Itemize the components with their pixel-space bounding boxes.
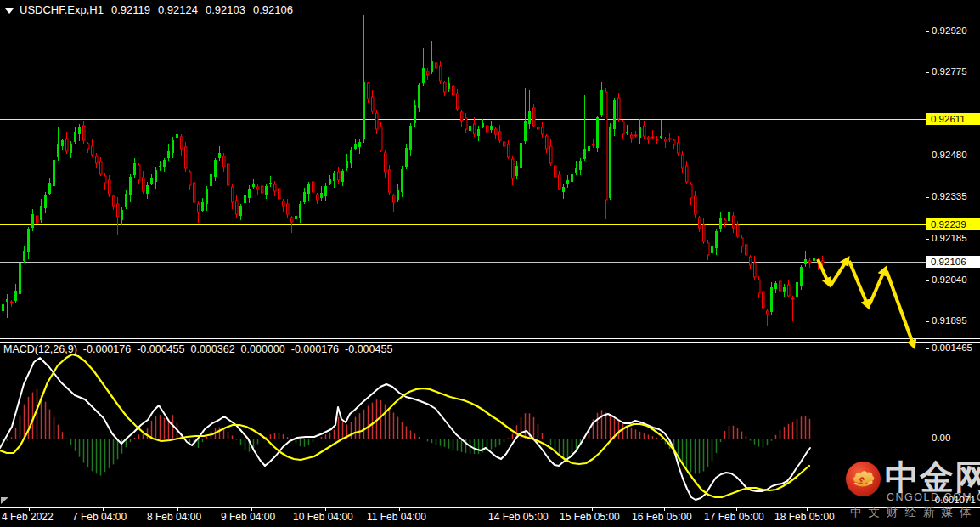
macd-value-1: -0.000176: [83, 343, 131, 355]
price-line-label: 0.92106: [926, 256, 980, 268]
chart-canvas[interactable]: [0, 0, 980, 527]
macd-value-3: 0.000362: [190, 343, 234, 355]
price-tick-label: 0.91895: [932, 315, 967, 326]
trend-forecast-arrow[interactable]: [831, 259, 848, 286]
macd-value-5: -0.000176: [291, 343, 339, 355]
trend-forecast-arrow[interactable]: [849, 261, 868, 306]
macd-axis-label: 0.00: [932, 433, 950, 443]
price-tick-label: 0.92775: [932, 66, 967, 76]
symbol-timeframe-label: USDCHF.Exp,H1: [20, 3, 104, 16]
trend-forecast-arrow[interactable]: [887, 271, 914, 346]
macd-indicator-label: MACD(12,26,9): [3, 343, 77, 355]
chart-header: USDCHF.Exp,H10.921190.921240.921030.9210…: [5, 3, 293, 16]
price-axis-line-overlay: [926, 450, 926, 507]
time-axis-label: 16 Feb 05:00: [632, 511, 692, 523]
time-axis-label: 18 Feb 05:00: [774, 511, 835, 523]
time-axis-label: 4 Feb 2022: [2, 511, 54, 523]
macd-value-6: -0.000455: [345, 343, 392, 355]
macd-indicator-header: MACD(12,26,9)-0.000176-0.0004550.0003620…: [3, 343, 392, 355]
ohlc-low: 0.92103: [206, 3, 245, 16]
time-axis-label: 10 Feb 04:00: [293, 511, 353, 523]
trend-forecast-arrow[interactable]: [870, 269, 885, 304]
price-tick-label: 0.92480: [932, 150, 967, 160]
macd-axis-label: 0.001465: [932, 343, 972, 353]
symbol-dropdown-icon[interactable]: [5, 8, 14, 14]
price-line-label: 0.92239: [926, 218, 980, 230]
price-tick-label: 0.92185: [932, 233, 967, 243]
price-line-label: 0.92611: [926, 113, 980, 125]
macd-value-2: -0.000455: [137, 343, 184, 355]
ohlc-open: 0.92119: [111, 3, 150, 16]
ohlc-high: 0.92124: [158, 3, 198, 16]
price-tick-label: 0.92920: [932, 26, 967, 36]
time-axis-label: 15 Feb 05:00: [560, 511, 620, 523]
watermark-tagline-text: 中文财经新媒体: [850, 505, 978, 520]
time-axis-label: 8 Feb 04:00: [147, 511, 201, 523]
time-axis-label: 17 Feb 05:00: [704, 511, 764, 523]
time-axis-label: 7 Feb 04:00: [72, 511, 127, 523]
cngold-logo-icon: [845, 461, 881, 501]
time-axis-label: 14 Feb 05:00: [488, 511, 549, 523]
macd-axis-label: -0.001071: [932, 495, 976, 505]
ohlc-close: 0.92106: [253, 3, 293, 16]
time-axis-label: 11 Feb 04:00: [367, 511, 426, 523]
price-tick-label: 0.92040: [932, 275, 967, 285]
mt4-chart-window: { "header": {"symbol_line": "USDCHF.Exp,…: [0, 0, 980, 527]
macd-value-4: 0.000000: [241, 343, 285, 355]
price-tick-label: 0.92335: [932, 191, 967, 201]
time-axis-label: 9 Feb 04:00: [221, 511, 275, 523]
